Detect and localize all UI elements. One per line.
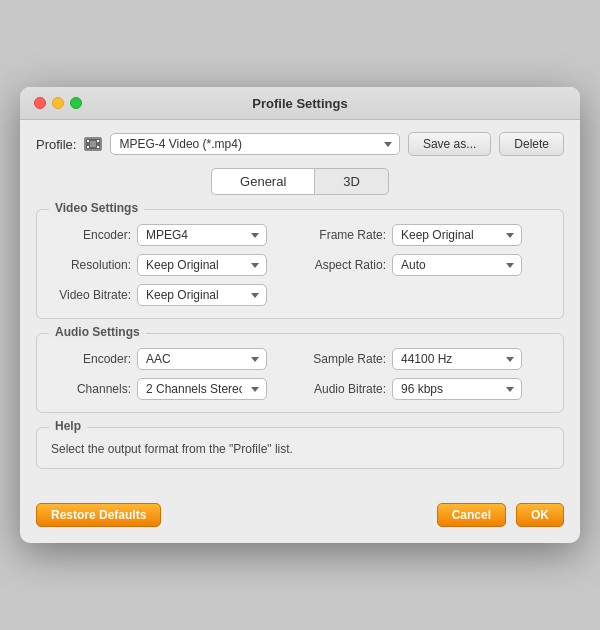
tab-general[interactable]: General <box>211 168 314 195</box>
audio-bitrate-label: Audio Bitrate: <box>306 382 386 396</box>
svg-rect-2 <box>97 140 99 142</box>
empty-cell <box>306 284 549 306</box>
cancel-button[interactable]: Cancel <box>437 503 506 527</box>
sample-rate-row: Sample Rate: 44100 Hz 48000 Hz 22050 Hz <box>306 348 549 370</box>
audio-encoder-row: Encoder: AAC MP3 AC3 <box>51 348 294 370</box>
window-title: Profile Settings <box>252 96 347 111</box>
audio-settings-title: Audio Settings <box>49 325 146 339</box>
titlebar: Profile Settings <box>20 87 580 120</box>
frame-rate-select[interactable]: Keep Original 23.976 24 25 29.97 30 <box>392 224 522 246</box>
resolution-label: Resolution: <box>51 258 131 272</box>
audio-bitrate-select[interactable]: 96 kbps 128 kbps 192 kbps 320 kbps <box>392 378 522 400</box>
audio-bitrate-row: Audio Bitrate: 96 kbps 128 kbps 192 kbps… <box>306 378 549 400</box>
ok-button[interactable]: OK <box>516 503 564 527</box>
video-settings-title: Video Settings <box>49 201 144 215</box>
main-content: Profile: MPEG-4 Video (*.mp4) MP3 Audio <box>20 120 580 499</box>
svg-rect-1 <box>87 140 89 142</box>
profile-label: Profile: <box>36 137 76 152</box>
aspect-ratio-select[interactable]: Auto 16:9 4:3 <box>392 254 522 276</box>
channels-row: Channels: 2 Channels Stereo Mono 5.1 Sur… <box>51 378 294 400</box>
encoder-row: Encoder: MPEG4 H.264 HEVC <box>51 224 294 246</box>
audio-settings-grid: Encoder: AAC MP3 AC3 Sample Rate: 44100 … <box>51 348 549 400</box>
close-button[interactable] <box>34 97 46 109</box>
svg-rect-4 <box>97 146 99 148</box>
frame-rate-row: Frame Rate: Keep Original 23.976 24 25 2… <box>306 224 549 246</box>
film-icon <box>84 137 102 151</box>
svg-rect-3 <box>87 146 89 148</box>
audio-encoder-label: Encoder: <box>51 352 131 366</box>
profile-settings-window: Profile Settings Profile: MPEG-4 <box>20 87 580 543</box>
profile-row: Profile: MPEG-4 Video (*.mp4) MP3 Audio <box>36 132 564 156</box>
channels-select[interactable]: 2 Channels Stereo Mono 5.1 Surround <box>137 378 267 400</box>
aspect-ratio-row: Aspect Ratio: Auto 16:9 4:3 <box>306 254 549 276</box>
maximize-button[interactable] <box>70 97 82 109</box>
video-bitrate-row: Video Bitrate: Keep Original 1000 kbps 2… <box>51 284 294 306</box>
traffic-lights <box>34 97 82 109</box>
help-text: Select the output format from the "Profi… <box>51 442 549 456</box>
video-bitrate-label: Video Bitrate: <box>51 288 131 302</box>
encoder-label: Encoder: <box>51 228 131 242</box>
frame-rate-label: Frame Rate: <box>306 228 386 242</box>
video-settings-grid: Encoder: MPEG4 H.264 HEVC Frame Rate: Ke… <box>51 224 549 306</box>
footer: Restore Defaults Cancel OK <box>20 499 580 543</box>
resolution-select[interactable]: Keep Original 1920x1080 1280x720 <box>137 254 267 276</box>
video-settings-section: Video Settings Encoder: MPEG4 H.264 HEVC… <box>36 209 564 319</box>
footer-right-buttons: Cancel OK <box>437 503 564 527</box>
minimize-button[interactable] <box>52 97 64 109</box>
tab-3d[interactable]: 3D <box>314 168 389 195</box>
sample-rate-select[interactable]: 44100 Hz 48000 Hz 22050 Hz <box>392 348 522 370</box>
profile-select[interactable]: MPEG-4 Video (*.mp4) MP3 Audio H.264 Vid… <box>110 133 399 155</box>
help-section: Help Select the output format from the "… <box>36 427 564 469</box>
audio-encoder-select[interactable]: AAC MP3 AC3 <box>137 348 267 370</box>
sample-rate-label: Sample Rate: <box>306 352 386 366</box>
video-bitrate-select[interactable]: Keep Original 1000 kbps 2000 kbps <box>137 284 267 306</box>
aspect-ratio-label: Aspect Ratio: <box>306 258 386 272</box>
resolution-row: Resolution: Keep Original 1920x1080 1280… <box>51 254 294 276</box>
svg-rect-5 <box>90 141 96 147</box>
save-as-button[interactable]: Save as... <box>408 132 491 156</box>
audio-settings-section: Audio Settings Encoder: AAC MP3 AC3 Samp… <box>36 333 564 413</box>
restore-defaults-button[interactable]: Restore Defaults <box>36 503 161 527</box>
delete-button[interactable]: Delete <box>499 132 564 156</box>
channels-label: Channels: <box>51 382 131 396</box>
help-section-title: Help <box>49 419 87 433</box>
tabs: General 3D <box>36 168 564 195</box>
encoder-select[interactable]: MPEG4 H.264 HEVC <box>137 224 267 246</box>
